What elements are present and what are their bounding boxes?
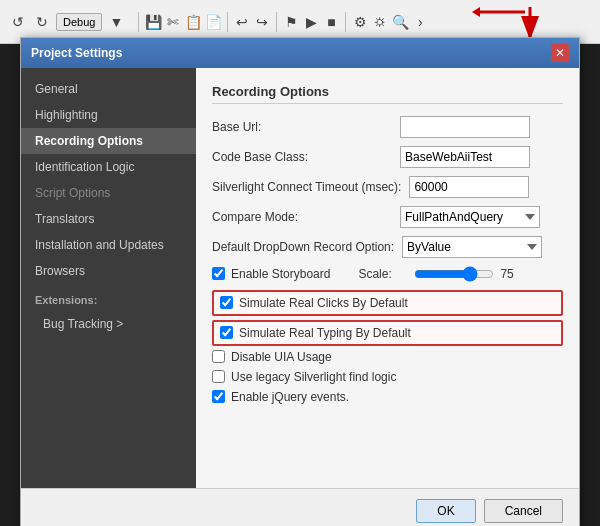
project-settings-dialog: Project Settings ✕ General Highlighting … [20, 37, 580, 527]
dialog-close-button[interactable]: ✕ [551, 44, 569, 62]
debug-section: ↺ ↻ Debug ▼ [8, 12, 126, 32]
simulate-typing-label: Simulate Real Typing By Default [239, 326, 411, 340]
compare-mode-select[interactable]: FullPathAndQuery PathOnly HostAndPath [400, 206, 540, 228]
dialog-body: General Highlighting Recording Options I… [21, 68, 579, 488]
simulate-typing-highlighted-row: Simulate Real Typing By Default [212, 320, 563, 346]
paste-icon[interactable]: 📄 [203, 12, 223, 32]
sep1 [138, 12, 139, 32]
scale-slider[interactable] [414, 266, 494, 282]
settings-icon[interactable]: ⚙ [350, 12, 370, 32]
dialog-footer: OK Cancel [21, 488, 579, 527]
bookmark-icon[interactable]: ⚑ [281, 12, 301, 32]
silverlight-timeout-input[interactable] [409, 176, 529, 198]
base-url-label: Base Url: [212, 120, 392, 134]
code-base-class-label: Code Base Class: [212, 150, 392, 164]
content-panel: Recording Options Base Url: Code Base Cl… [196, 68, 579, 488]
dialog-title: Project Settings [31, 46, 122, 60]
scale-label: Scale: [358, 267, 408, 281]
more-icon[interactable]: › [410, 12, 430, 32]
compare-mode-row: Compare Mode: FullPathAndQuery PathOnly … [212, 206, 563, 228]
enable-storyboard-checkbox[interactable] [212, 267, 225, 280]
enable-jquery-check-row: Enable jQuery events. [212, 390, 563, 404]
dialog-titlebar: Project Settings ✕ [21, 38, 579, 68]
forward-icon[interactable]: ↻ [32, 12, 52, 32]
search-icon[interactable]: 🔍 [390, 12, 410, 32]
cancel-button[interactable]: Cancel [484, 499, 563, 523]
disable-uia-label: Disable UIA Usage [231, 350, 332, 364]
redo-icon[interactable]: ↪ [252, 12, 272, 32]
base-url-row: Base Url: [212, 116, 563, 138]
dropdown-arrow-icon[interactable]: ▼ [106, 12, 126, 32]
scale-row: Scale: 75 [358, 266, 525, 282]
save-icon[interactable]: 💾 [143, 12, 163, 32]
dialog-overlay: Project Settings ✕ General Highlighting … [0, 44, 600, 526]
gear2-icon[interactable]: ⛭ [370, 12, 390, 32]
silverlight-timeout-row: Silverlight Connect Timeout (msec): [212, 176, 563, 198]
storyboard-row: Enable Storyboard Scale: 75 [212, 266, 563, 282]
sidebar-item-translators[interactable]: Translators [21, 206, 196, 232]
ok-button[interactable]: OK [416, 499, 475, 523]
default-dropdown-row: Default DropDown Record Option: ByValue … [212, 236, 563, 258]
simulate-clicks-checkbox[interactable] [220, 296, 233, 309]
undo-icon[interactable]: ↩ [232, 12, 252, 32]
stop-icon[interactable]: ■ [321, 12, 341, 32]
section-title: Recording Options [212, 84, 563, 104]
sep4 [345, 12, 346, 32]
enable-storyboard-check-row: Enable Storyboard [212, 267, 330, 281]
extensions-header: Extensions: [21, 288, 196, 312]
simulate-clicks-check-row: Simulate Real Clicks By Default [220, 296, 555, 310]
simulate-clicks-highlighted-row: Simulate Real Clicks By Default [212, 290, 563, 316]
enable-jquery-checkbox[interactable] [212, 390, 225, 403]
disable-uia-check-row: Disable UIA Usage [212, 350, 563, 364]
code-base-class-row: Code Base Class: [212, 146, 563, 168]
disable-uia-checkbox[interactable] [212, 350, 225, 363]
sidebar-item-browsers[interactable]: Browsers [21, 258, 196, 284]
default-dropdown-select[interactable]: ByValue ByIndex ByText [402, 236, 542, 258]
debug-dropdown[interactable]: Debug [56, 13, 102, 31]
legacy-silverlight-check-row: Use legacy Silverlight find logic [212, 370, 563, 384]
scale-value: 75 [500, 267, 525, 281]
simulate-clicks-label: Simulate Real Clicks By Default [239, 296, 408, 310]
legacy-silverlight-label: Use legacy Silverlight find logic [231, 370, 396, 384]
default-dropdown-label: Default DropDown Record Option: [212, 240, 394, 254]
sep3 [276, 12, 277, 32]
copy-icon[interactable]: 📋 [183, 12, 203, 32]
compare-mode-label: Compare Mode: [212, 210, 392, 224]
sidebar-item-recording-options[interactable]: Recording Options [21, 128, 196, 154]
sep2 [227, 12, 228, 32]
svg-marker-1 [472, 7, 480, 17]
sidebar-item-bug-tracking[interactable]: Bug Tracking > [21, 312, 196, 336]
back-icon[interactable]: ↺ [8, 12, 28, 32]
step-icon[interactable]: ▶ [301, 12, 321, 32]
sidebar: General Highlighting Recording Options I… [21, 68, 196, 488]
simulate-typing-checkbox[interactable] [220, 326, 233, 339]
code-base-class-input[interactable] [400, 146, 530, 168]
sidebar-item-installation-updates[interactable]: Installation and Updates [21, 232, 196, 258]
simulate-typing-check-row: Simulate Real Typing By Default [220, 326, 555, 340]
sidebar-item-highlighting[interactable]: Highlighting [21, 102, 196, 128]
sidebar-item-script-options: Script Options [21, 180, 196, 206]
enable-storyboard-label: Enable Storyboard [231, 267, 330, 281]
enable-jquery-label: Enable jQuery events. [231, 390, 349, 404]
sidebar-item-general[interactable]: General [21, 76, 196, 102]
legacy-silverlight-checkbox[interactable] [212, 370, 225, 383]
cut-icon[interactable]: ✄ [163, 12, 183, 32]
base-url-input[interactable] [400, 116, 530, 138]
sidebar-item-identification-logic[interactable]: Identification Logic [21, 154, 196, 180]
silverlight-timeout-label: Silverlight Connect Timeout (msec): [212, 180, 401, 194]
